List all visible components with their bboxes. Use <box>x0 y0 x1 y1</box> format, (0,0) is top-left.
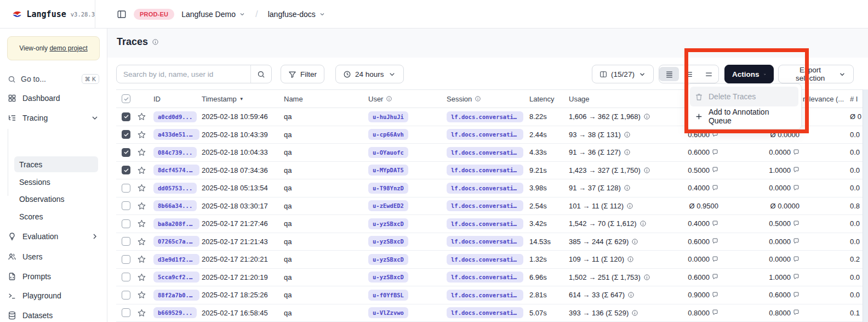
user-badge[interactable]: u-MYpDAT5 <box>368 165 408 176</box>
sidebar-item-dashboard[interactable]: Dashboard <box>4 90 102 106</box>
row-checkbox[interactable] <box>122 184 130 193</box>
star-icon[interactable] <box>137 148 146 157</box>
star-icon[interactable] <box>137 166 146 175</box>
session-badge[interactable]: lf.docs.conversation.... <box>447 290 523 301</box>
star-icon[interactable] <box>137 130 146 139</box>
score-cell: 0.6000 <box>719 291 801 299</box>
session-badge[interactable]: lf.docs.conversation.... <box>447 236 523 247</box>
user-badge[interactable]: u-f0YfBSL <box>368 290 408 301</box>
menu-item-add-to-annotation-queue[interactable]: Add to Annotation Queue <box>690 106 798 126</box>
row-height-small-button[interactable] <box>659 67 679 81</box>
trace-id-badge[interactable]: 8b66a34... <box>153 200 197 211</box>
goto-search[interactable]: Go to... ⌘ K <box>4 70 102 88</box>
sidebar-item-users[interactable]: Users <box>4 248 102 265</box>
sidebar-item-datasets[interactable]: Datasets <box>4 307 102 322</box>
star-icon[interactable] <box>137 237 146 246</box>
star-icon[interactable] <box>137 308 146 318</box>
trace-id-badge[interactable]: d3e9d1f2... <box>153 254 199 265</box>
sidebar-toggle-icon[interactable] <box>117 9 127 19</box>
user-badge[interactable]: u-huJhuJi <box>368 111 408 122</box>
score-cell: 1.0000 <box>719 273 801 281</box>
environment-badge: PROD-EU <box>134 9 174 20</box>
user-badge[interactable]: u-yzSBxcD <box>368 254 408 265</box>
search-input[interactable] <box>117 65 250 83</box>
trace-id-badge[interactable]: a0cd0d9... <box>153 111 197 122</box>
trace-id-badge[interactable]: a433de51... <box>153 129 199 140</box>
row-checkbox[interactable] <box>122 112 130 121</box>
vertical-scrollbar[interactable] <box>863 89 868 322</box>
org-selector[interactable]: Langfuse Demo <box>181 10 245 19</box>
row-checkbox[interactable] <box>122 255 130 264</box>
sidebar-item-playground[interactable]: Playground <box>4 287 102 304</box>
row-height-medium-button[interactable] <box>679 65 699 83</box>
filter-button[interactable]: Filter <box>281 65 324 83</box>
column-visibility-button[interactable]: (15/27) <box>592 65 654 83</box>
score-cell-clipped: 0.2 <box>849 255 863 263</box>
row-checkbox[interactable] <box>122 291 130 300</box>
latency-cell: 2.44s <box>527 131 567 139</box>
trace-id-badge[interactable]: 88f2a7b0... <box>153 290 199 301</box>
trace-id-badge[interactable]: ba8a208f... <box>153 218 199 229</box>
user-badge[interactable]: u-yzSBxcD <box>368 236 408 247</box>
session-badge[interactable]: lf.docs.conversation.... <box>447 307 523 318</box>
trace-id-badge[interactable]: 5cca9cf2... <box>153 272 199 283</box>
session-badge[interactable]: lf.docs.conversation.... <box>447 129 523 140</box>
header-timestamp[interactable]: Timestamp▼ <box>199 95 282 103</box>
user-badge[interactable]: u-yzSBxcD <box>368 218 408 229</box>
sidebar-item-evaluation[interactable]: Evaluation <box>4 228 102 245</box>
header-usage: Usage <box>567 95 683 103</box>
trace-id-badge[interactable]: 8dcf4574... <box>153 165 199 176</box>
row-height-large-button[interactable] <box>699 65 718 83</box>
trace-id-badge[interactable]: 07265c7a... <box>153 236 199 247</box>
star-icon[interactable] <box>137 290 146 300</box>
session-badge[interactable]: lf.docs.conversation.... <box>447 183 523 194</box>
menu-item-delete-traces[interactable]: Delete Traces <box>690 87 798 106</box>
time-range-button[interactable]: 24 hours <box>335 65 404 83</box>
project-selector[interactable]: langfuse-docs <box>268 10 326 19</box>
sidebar-item-sessions[interactable]: Sessions <box>14 174 98 190</box>
session-badge[interactable]: lf.docs.conversation.... <box>447 218 523 229</box>
row-checkbox[interactable] <box>122 219 130 228</box>
row-checkbox[interactable] <box>122 201 130 210</box>
user-badge[interactable]: u-OYauofc <box>368 147 408 158</box>
sidebar-item-scores[interactable]: Scores <box>14 208 98 224</box>
star-icon[interactable] <box>137 183 146 193</box>
actions-dropdown-menu: Delete Traces Add to Annotation Queue <box>687 83 802 129</box>
demo-project-link[interactable]: demo project <box>49 44 87 52</box>
sidebar-item-traces[interactable]: Traces <box>14 156 98 172</box>
row-checkbox[interactable] <box>122 130 130 139</box>
trace-id-badge[interactable]: b669529... <box>153 307 197 318</box>
star-icon[interactable] <box>137 112 146 121</box>
star-icon[interactable] <box>137 273 146 282</box>
select-all-checkbox[interactable] <box>122 94 130 103</box>
session-badge[interactable]: lf.docs.conversation.... <box>447 147 523 158</box>
row-checkbox[interactable] <box>122 273 130 281</box>
info-icon <box>631 238 638 245</box>
sidebar-item-prompts[interactable]: Prompts <box>4 268 102 285</box>
session-badge[interactable]: lf.docs.conversation.... <box>447 254 523 265</box>
user-badge[interactable]: u-VlZzvwo <box>368 307 408 318</box>
search-button[interactable] <box>250 65 271 83</box>
trace-id-badge[interactable]: dd05753... <box>153 183 197 194</box>
session-badge[interactable]: lf.docs.conversation.... <box>447 272 523 283</box>
sidebar-item-tracing[interactable]: Tracing <box>4 110 102 126</box>
user-badge[interactable]: u-T98YnzD <box>368 183 408 194</box>
row-checkbox[interactable] <box>122 308 130 317</box>
star-icon[interactable] <box>137 255 146 264</box>
user-badge[interactable]: u-zEwdED2 <box>368 200 408 211</box>
sidebar-item-observations[interactable]: Observations <box>14 191 98 207</box>
export-selection-button[interactable]: Export selection <box>778 65 854 83</box>
session-badge[interactable]: lf.docs.conversation.... <box>447 200 523 211</box>
user-badge[interactable]: u-yzSBxcD <box>368 272 408 283</box>
star-icon[interactable] <box>137 219 146 228</box>
actions-button[interactable]: Actions <box>724 65 774 83</box>
star-icon[interactable] <box>137 201 146 211</box>
trace-id-badge[interactable]: 084c739... <box>153 147 197 158</box>
session-badge[interactable]: lf.docs.conversation.... <box>447 111 523 122</box>
row-checkbox[interactable] <box>122 237 130 246</box>
session-badge[interactable]: lf.docs.conversation.... <box>447 165 523 176</box>
user-badge[interactable]: u-cp66Avh <box>368 129 408 140</box>
row-checkbox[interactable] <box>122 166 130 174</box>
comment-icon <box>793 309 800 315</box>
row-checkbox[interactable] <box>122 148 130 157</box>
